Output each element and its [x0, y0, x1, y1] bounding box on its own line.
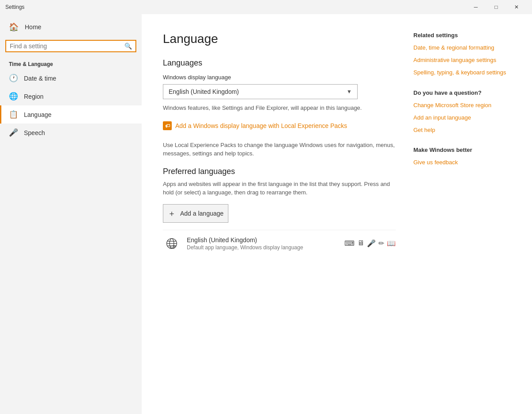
- language-info: English (United Kingdom) Default app lan…: [187, 236, 338, 251]
- related-link-spelling[interactable]: Spelling, typing, & keyboard settings: [413, 69, 511, 77]
- display-language-dropdown[interactable]: English (United Kingdom) ▼: [163, 84, 358, 99]
- windows-better-title: Make Windows better: [413, 147, 511, 153]
- add-language-button[interactable]: ＋ Add a language: [163, 204, 228, 223]
- handwriting-icon: ✏: [378, 239, 384, 248]
- chevron-down-icon: ▼: [347, 89, 352, 95]
- minimize-button[interactable]: ─: [466, 0, 486, 14]
- preferred-languages-title: Preferred languages: [163, 167, 396, 176]
- windows-better-section: Make Windows better Give us feedback: [413, 147, 511, 166]
- add-input-language-link[interactable]: Add an input language: [413, 114, 511, 122]
- question-title: Do you have a question?: [413, 89, 511, 96]
- question-section: Do you have a question? Change Microsoft…: [413, 89, 511, 135]
- home-icon: 🏠: [9, 22, 19, 32]
- spell-check-icon: 📖: [387, 239, 396, 248]
- sidebar-item-label: Language: [24, 111, 51, 118]
- lxp-icon: 🏷: [163, 121, 172, 130]
- right-panel: Related settings Date, time & regional f…: [396, 32, 511, 396]
- sidebar-item-label: Date & time: [24, 75, 56, 82]
- close-button[interactable]: ✕: [506, 0, 527, 14]
- speech-icon: 🎤: [9, 128, 18, 137]
- speech-recognition-icon: 🎤: [367, 239, 376, 248]
- display-language-label: Windows display language: [163, 74, 396, 81]
- change-store-region-link[interactable]: Change Microsoft Store region: [413, 101, 511, 109]
- language-sub: Default app language, Windows display la…: [187, 244, 338, 251]
- add-lxp-label: Add a Windows display language with Loca…: [175, 122, 347, 129]
- sidebar-item-language[interactable]: 📋 Language: [0, 105, 142, 124]
- related-link-date-time[interactable]: Date, time & regional formatting: [413, 44, 511, 52]
- region-icon: 🌐: [9, 92, 18, 101]
- sidebar-item-region[interactable]: 🌐 Region: [0, 87, 142, 105]
- language-globe-icon: A字: [163, 235, 181, 252]
- related-settings-title: Related settings: [413, 32, 511, 39]
- sidebar-item-date-time[interactable]: 🕐 Date & time: [0, 69, 142, 87]
- page-title: Language: [163, 32, 396, 46]
- plus-icon: ＋: [168, 208, 176, 219]
- get-help-link[interactable]: Get help: [413, 126, 511, 134]
- search-input[interactable]: [10, 43, 122, 50]
- add-language-label: Add a language: [180, 210, 224, 217]
- preferred-desc: Apps and websites will appear in the fir…: [163, 180, 396, 197]
- date-time-icon: 🕐: [9, 74, 18, 83]
- sidebar-item-home[interactable]: 🏠 Home: [0, 18, 142, 36]
- app-body: 🏠 Home 🔍 Time & Language 🕐 Date & time 🌐…: [0, 14, 532, 414]
- related-link-admin-language[interactable]: Administrative language settings: [413, 56, 511, 64]
- content-main: Language Languages Windows display langu…: [163, 32, 396, 396]
- language-name: English (United Kingdom): [187, 236, 338, 244]
- dropdown-value: English (United Kingdom): [169, 88, 239, 95]
- search-box[interactable]: 🔍: [5, 40, 136, 52]
- sidebar-home-label: Home: [25, 23, 41, 31]
- sidebar-item-label: Region: [24, 93, 43, 100]
- content-area: Language Languages Windows display langu…: [142, 14, 532, 414]
- titlebar-controls: ─ □ ✕: [466, 0, 527, 14]
- sidebar-item-speech[interactable]: 🎤 Speech: [0, 124, 142, 142]
- display-language-desc: Windows features, like Settings and File…: [163, 104, 396, 112]
- display-language-cap-icon: 🖥: [357, 239, 364, 248]
- titlebar: Settings ─ □ ✕: [0, 0, 532, 14]
- sidebar: 🏠 Home 🔍 Time & Language 🕐 Date & time 🌐…: [0, 14, 142, 414]
- maximize-button[interactable]: □: [486, 0, 506, 14]
- sidebar-item-label: Speech: [24, 129, 45, 136]
- list-item: A字 English (United Kingdom) Default app …: [163, 230, 396, 257]
- language-icon: 📋: [9, 110, 18, 119]
- titlebar-title: Settings: [5, 4, 24, 10]
- language-capability-icons: ⌨ 🖥 🎤 ✏ 📖: [344, 239, 396, 248]
- add-lxp-link[interactable]: 🏷 Add a Windows display language with Lo…: [163, 121, 396, 130]
- give-feedback-link[interactable]: Give us feedback: [413, 159, 511, 166]
- lxp-desc: Use Local Experience Packs to change the…: [163, 141, 396, 158]
- svg-text:A字: A字: [170, 244, 176, 249]
- search-icon: 🔍: [124, 43, 132, 50]
- text-to-speech-icon: ⌨: [344, 239, 355, 248]
- sidebar-section-label: Time & Language: [0, 56, 142, 69]
- languages-section-title: Languages: [163, 58, 396, 68]
